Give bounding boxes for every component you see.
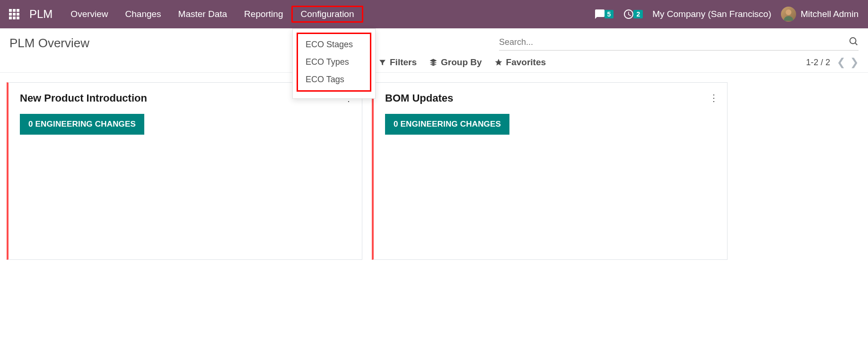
- chat-icon: [594, 9, 605, 20]
- avatar: [781, 7, 796, 22]
- favorites-button[interactable]: Favorites: [494, 57, 546, 68]
- layers-icon: [429, 58, 438, 67]
- nav-overview[interactable]: Overview: [62, 0, 116, 28]
- pager-text[interactable]: 1-2 / 2: [806, 58, 830, 68]
- dropdown-eco-stages[interactable]: ECO Stages: [298, 36, 370, 53]
- nav-reporting[interactable]: Reporting: [236, 0, 291, 28]
- card-title: BOM Updates: [385, 92, 716, 104]
- pager: 1-2 / 2 ❮ ❯: [806, 56, 859, 69]
- page-title: PLM Overview: [9, 36, 89, 51]
- nav-changes[interactable]: Changes: [117, 0, 170, 28]
- messages-badge: 5: [605, 10, 614, 18]
- groupby-label: Group By: [441, 57, 482, 68]
- search-icon[interactable]: [848, 36, 859, 48]
- activity-badge: 2: [633, 10, 643, 18]
- kanban-card[interactable]: New Product Introduction ⋮ 0 ENGINEERING…: [7, 82, 362, 260]
- activity-button[interactable]: 2: [623, 9, 643, 20]
- dropdown-eco-tags[interactable]: ECO Tags: [298, 71, 370, 88]
- svg-point-1: [850, 38, 856, 44]
- user-name: Mitchell Admin: [801, 9, 859, 19]
- user-menu[interactable]: Mitchell Admin: [781, 7, 859, 22]
- pager-next[interactable]: ❯: [850, 56, 859, 69]
- configuration-dropdown: ECO Stages ECO Types ECO Tags: [292, 28, 376, 99]
- card-menu-icon[interactable]: ⋮: [709, 92, 719, 103]
- groupby-button[interactable]: Group By: [429, 57, 482, 68]
- search-wrap: [499, 36, 859, 51]
- nav-master-data[interactable]: Master Data: [170, 0, 236, 28]
- funnel-icon: [378, 59, 386, 67]
- engineering-changes-button[interactable]: 0 ENGINEERING CHANGES: [20, 114, 144, 135]
- messages-button[interactable]: 5: [594, 9, 614, 20]
- dropdown-eco-types[interactable]: ECO Types: [298, 53, 370, 71]
- svg-line-2: [855, 43, 857, 45]
- app-brand[interactable]: PLM: [29, 8, 53, 21]
- kanban-view: New Product Introduction ⋮ 0 ENGINEERING…: [0, 73, 868, 269]
- top-nav: PLM Overview Changes Master Data Reporti…: [0, 0, 868, 28]
- nav-right: 5 2 My Company (San Francisco) Mitchell …: [594, 7, 868, 22]
- clock-icon: [623, 9, 634, 20]
- company-selector[interactable]: My Company (San Francisco): [652, 9, 771, 19]
- kanban-card[interactable]: BOM Updates ⋮ 0 ENGINEERING CHANGES: [372, 82, 728, 260]
- nav-items: Overview Changes Master Data Reporting C…: [62, 0, 363, 28]
- favorites-label: Favorites: [506, 57, 546, 68]
- pager-prev[interactable]: ❮: [837, 56, 845, 69]
- nav-configuration[interactable]: Configuration: [291, 6, 363, 23]
- star-icon: [494, 58, 503, 67]
- svg-point-0: [786, 9, 791, 15]
- filters-button[interactable]: Filters: [378, 57, 417, 68]
- filters-label: Filters: [390, 57, 417, 68]
- apps-icon[interactable]: [5, 9, 24, 19]
- search-input[interactable]: [499, 37, 848, 47]
- control-panel: PLM Overview Filters Group By Favorites: [0, 28, 868, 73]
- engineering-changes-button[interactable]: 0 ENGINEERING CHANGES: [385, 114, 509, 135]
